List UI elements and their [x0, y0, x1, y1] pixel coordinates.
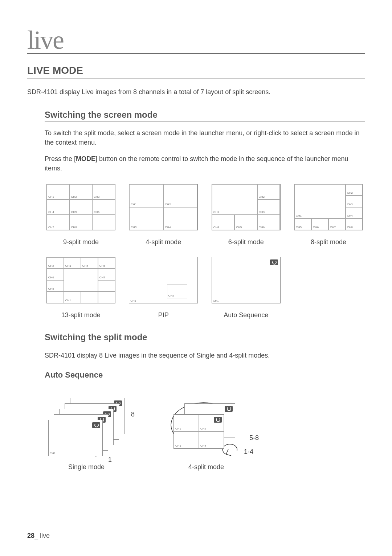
mode-pip: CH1 CH2 PIP: [127, 257, 200, 319]
ch-label: CH5: [296, 226, 302, 229]
ch-label: CH5: [99, 264, 105, 267]
annot-range2: 5-8: [249, 434, 259, 442]
screen-auto: CH1: [212, 257, 281, 303]
ch-label: CH2: [71, 195, 77, 198]
ch-label: CH3: [94, 195, 99, 198]
mode-4-split: CH1 CH2 CH3 CH4 4-split mode: [127, 184, 200, 246]
mode-label: PIP: [158, 311, 169, 319]
mode-row-2: CH2 CH3 CH4 CH5 CH6 CH7 CH8 CH1 13-split…: [45, 257, 365, 319]
four-split-stack: CH1 CH2 CH3 CH4: [164, 394, 248, 460]
ch-label: CH1: [131, 203, 136, 206]
screen-13: CH2 CH3 CH4 CH5 CH6 CH7 CH8 CH1: [46, 257, 115, 303]
mode-row-1: CH1 CH2 CH3 CH4 CH5 CH6 CH7 CH8 9-split …: [45, 184, 365, 246]
ch-label: CH5: [236, 226, 242, 229]
mode-label: 9-split mode: [63, 238, 99, 246]
ch-label: CH7: [99, 276, 105, 279]
ch-label: CH8: [48, 287, 54, 290]
ch-label: CH5: [71, 210, 77, 214]
subheading-auto-sequence: Auto Sequence: [45, 370, 365, 380]
mode-bold: MODE: [76, 155, 95, 162]
auto-sequence-icon: [92, 422, 100, 428]
ch-label: CH6: [48, 276, 54, 279]
ch-label: CH6: [313, 226, 319, 229]
ch-label: CH2: [168, 294, 174, 297]
ch-label: CH2: [347, 191, 353, 194]
text: Press the [: [45, 155, 76, 162]
ch-label: CH4: [347, 214, 353, 217]
mode-label: 4-split mode: [188, 463, 224, 471]
screen-pip: CH1 CH2: [129, 257, 198, 303]
ch-label: CH4: [82, 264, 88, 267]
ch-label: CH1: [65, 299, 71, 302]
ch-label: CH2: [200, 427, 206, 430]
ch-label: CH1: [296, 214, 302, 217]
auto-sequence-row: CH1 8 1 Single mode CH1 CH2 CH3 CH4: [45, 394, 365, 471]
ch-label: CH6: [259, 226, 265, 229]
mode-9-split: CH1 CH2 CH3 CH4 CH5 CH6 CH7 CH8 9-split …: [45, 184, 117, 246]
section-heading-live-mode: LIVE MODE: [27, 65, 365, 79]
ch-label: CH1: [130, 299, 136, 302]
screen-8: CH1 CH2 CH3 CH4 CH5 CH6 CH7 CH8: [294, 184, 363, 230]
auto-sequence-icon: [270, 259, 278, 265]
ch-label: CH7: [330, 226, 336, 229]
mode-label: Auto Sequence: [224, 311, 268, 319]
ch-label: CH3: [131, 226, 136, 229]
ch-label: CH1: [50, 452, 56, 455]
annot-start: 1: [108, 456, 112, 464]
ch-label: CH2: [48, 264, 54, 267]
ch-label: CH2: [165, 203, 171, 206]
page-number: 28: [27, 532, 34, 539]
mode-auto-sequence: CH1 Auto Sequence: [210, 257, 282, 319]
annot-end: 8: [131, 411, 135, 418]
subheading-screen-mode: Switching the screen mode: [45, 110, 365, 122]
four-split-mode-block: CH1 CH2 CH3 CH4 5-8 1-4 4-split mode: [164, 394, 248, 471]
ch-label: CH8: [347, 226, 353, 229]
ch-label: CH1: [213, 210, 219, 214]
ch-label: CH4: [48, 210, 54, 214]
auto-sequence-icon: [225, 406, 233, 412]
mode-label: 6-split mode: [228, 238, 264, 246]
paragraph: SDR-4101 display 8 Live images in the se…: [45, 351, 365, 360]
ch-label: CH7: [48, 226, 54, 229]
ch-label: CH8: [71, 226, 77, 229]
mode-label: 8-split mode: [311, 238, 346, 246]
single-mode-stack: CH1: [45, 394, 128, 460]
ch-label: CH4: [200, 444, 206, 447]
ch-label: CH6: [94, 210, 99, 214]
screen-6: CH1 CH2 CH3 CH4 CH5 CH6: [212, 184, 281, 230]
chapter-title: live: [27, 29, 365, 54]
ch-label: CH3: [65, 264, 71, 267]
intro-text: SDR-4101 display Live images from 8 chan…: [27, 88, 365, 97]
annot-range1: 1-4: [244, 448, 253, 456]
mode-6-split: CH1 CH2 CH3 CH4 CH5 CH6 6-split mode: [210, 184, 282, 246]
paragraph: Press the [MODE] button on the remote co…: [45, 154, 365, 173]
ch-label: CH3: [175, 444, 181, 447]
paragraph: To switch the split mode, select a scree…: [45, 128, 365, 147]
ch-label: CH2: [259, 195, 265, 198]
footer-name: live: [40, 532, 50, 539]
single-mode-block: CH1 8 1 Single mode: [45, 394, 128, 471]
ch-label: CH3: [347, 203, 353, 206]
ch-label: CH1: [213, 299, 219, 302]
ch-label: CH4: [165, 226, 171, 229]
mode-13-split: CH2 CH3 CH4 CH5 CH6 CH7 CH8 CH1 13-split…: [45, 257, 117, 319]
ch-label: CH1: [175, 427, 181, 430]
screen-4: CH1 CH2 CH3 CH4: [129, 184, 198, 230]
ch-label: CH4: [213, 226, 219, 229]
screen-9: CH1 CH2 CH3 CH4 CH5 CH6 CH7 CH8: [46, 184, 115, 230]
subheading-split-mode: Switching the split mode: [45, 332, 365, 344]
ch-label: CH1: [48, 195, 54, 198]
page-footer: 28_ live: [27, 532, 50, 540]
mode-label: 4-split mode: [146, 238, 181, 246]
mode-8-split: CH1 CH2 CH3 CH4 CH5 CH6 CH7 CH8 8-split …: [292, 184, 365, 246]
mode-label: Single mode: [68, 463, 105, 471]
mode-label: 13-split mode: [61, 311, 101, 319]
ch-label: CH3: [259, 210, 265, 214]
